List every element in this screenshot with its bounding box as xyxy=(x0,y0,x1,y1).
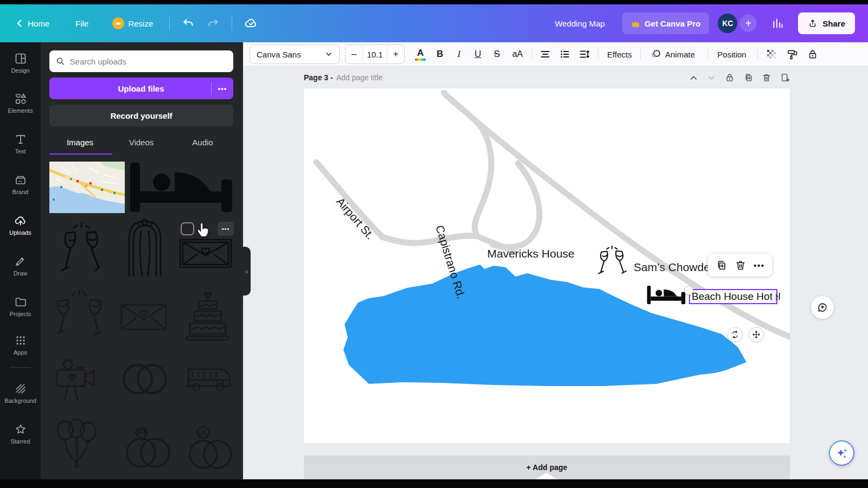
thumbnail-select-checkbox[interactable] xyxy=(181,222,194,235)
position-button[interactable]: Position xyxy=(713,42,751,66)
copy-style-button[interactable] xyxy=(782,42,802,66)
add-comment-button[interactable] xyxy=(811,296,834,319)
delete-page-button[interactable] xyxy=(762,73,771,82)
share-button[interactable]: Share xyxy=(798,12,855,34)
underline-button[interactable]: U xyxy=(469,42,487,66)
spacing-button[interactable] xyxy=(575,42,593,66)
list-button[interactable] xyxy=(556,42,574,66)
sidebar-item-uploads[interactable]: Uploads xyxy=(0,214,41,236)
resize-button[interactable]: Resize xyxy=(112,17,153,29)
selection-handle[interactable] xyxy=(684,286,693,295)
record-yourself-button[interactable]: Record yourself xyxy=(49,105,233,126)
expand-pages-chevron[interactable]: ⌃ xyxy=(541,465,546,472)
back-button[interactable]: Home xyxy=(15,19,49,28)
thumbnail-more-button[interactable]: ••• xyxy=(218,222,234,236)
text-align-button[interactable] xyxy=(536,42,554,66)
thumbnail-map-screenshot[interactable] xyxy=(49,162,125,213)
wedding-arch-image xyxy=(126,218,164,277)
rotate-handle-button[interactable] xyxy=(727,327,743,342)
account-avatar[interactable]: KC xyxy=(718,14,737,33)
beach-house-hotel-text[interactable]: Beach House Hotel xyxy=(690,291,781,303)
move-handle-button[interactable] xyxy=(749,327,764,342)
sidebar-item-design[interactable]: Design xyxy=(0,52,41,74)
transparency-button[interactable] xyxy=(762,42,781,66)
lock-icon xyxy=(807,49,818,60)
font-size-decrease-button[interactable]: – xyxy=(346,45,362,63)
font-size-value[interactable]: 10.1 xyxy=(362,45,387,63)
apps-grid-icon xyxy=(14,334,27,347)
editor-toolbar: Canva Sans – 10.1 + A B I U S aA Effects xyxy=(243,42,868,66)
add-page-icon-button[interactable] xyxy=(780,73,790,82)
place-label-sams[interactable]: Sam’s Chowde xyxy=(634,261,710,274)
sidebar-item-elements[interactable]: Elements xyxy=(0,92,41,114)
delete-button[interactable] xyxy=(735,259,746,271)
get-canva-pro-button[interactable]: Get Canva Pro xyxy=(622,12,709,34)
tab-videos[interactable]: Videos xyxy=(111,133,172,155)
duplicate-button[interactable] xyxy=(715,259,727,271)
rainbow-swatch xyxy=(415,59,426,61)
champagne-glasses-element[interactable] xyxy=(597,245,627,276)
text-color-button[interactable]: A xyxy=(411,42,430,66)
assistant-button[interactable] xyxy=(829,440,854,466)
thumbnail-balloons[interactable] xyxy=(55,419,98,470)
upload-files-button[interactable]: Upload files ••• xyxy=(49,78,233,99)
upload-more-button[interactable]: ••• xyxy=(212,85,233,93)
thumbnail-diamond-rings-pent[interactable] xyxy=(181,423,234,471)
map-thumbnail-image xyxy=(49,162,125,213)
sidebar-item-apps[interactable]: Apps xyxy=(0,334,41,356)
undo-button[interactable] xyxy=(182,17,195,30)
thumbnail-wedding-cake[interactable] xyxy=(186,287,230,344)
thumbnail-diamond-rings-hex[interactable] xyxy=(119,421,172,470)
duplicate-page-button[interactable] xyxy=(743,73,753,82)
animate-button[interactable]: Animate xyxy=(646,42,700,66)
tab-audio[interactable]: Audio xyxy=(172,133,233,155)
thumbnail-interlocked-rings[interactable] xyxy=(118,358,171,400)
strikethrough-button[interactable]: S xyxy=(488,42,506,66)
move-page-down-button[interactable] xyxy=(707,73,716,82)
more-options-button[interactable]: ••• xyxy=(754,261,764,270)
save-status-button[interactable] xyxy=(244,16,258,30)
sidebar-item-draw[interactable]: Draw xyxy=(0,255,41,277)
thumbnail-bed[interactable] xyxy=(129,162,233,213)
thumbnail-champagne-flutes[interactable] xyxy=(60,221,103,275)
wedding-cake-image xyxy=(186,287,230,344)
insights-button[interactable] xyxy=(771,16,785,30)
interlocked-rings-image xyxy=(118,358,171,400)
bold-button[interactable]: B xyxy=(431,42,449,66)
thumbnail-bus[interactable] xyxy=(186,367,231,392)
italic-button[interactable]: I xyxy=(450,42,468,66)
wine-glasses-image xyxy=(56,289,103,338)
page-title-placeholder[interactable]: Add page title xyxy=(336,73,383,82)
place-label-mavericks[interactable]: Mavericks House xyxy=(487,247,575,260)
sidebar-item-brand[interactable]: co. Brand xyxy=(0,174,41,195)
search-box[interactable] xyxy=(49,50,233,72)
canva-editor: Home File Resize Wedding Map Get Canva P… xyxy=(0,0,868,488)
add-member-button[interactable]: + xyxy=(739,15,757,32)
bed-element[interactable] xyxy=(647,283,686,307)
thumbnail-video-camera-heart[interactable] xyxy=(56,359,100,402)
font-family-select[interactable]: Canva Sans xyxy=(250,44,340,64)
thumbnail-envelope-heart[interactable] xyxy=(179,239,232,268)
sidebar-item-projects[interactable]: Projects xyxy=(0,296,41,317)
sidebar-item-background[interactable]: Background xyxy=(0,382,41,404)
move-page-up-button[interactable] xyxy=(689,73,698,82)
font-size-increase-button[interactable]: + xyxy=(387,45,404,63)
sidebar-item-text[interactable]: Text xyxy=(0,133,41,155)
panel-collapse-handle[interactable]: ‹ xyxy=(243,247,251,296)
effects-button[interactable]: Effects xyxy=(603,42,636,66)
search-input[interactable] xyxy=(70,57,227,66)
lock-page-button[interactable] xyxy=(725,73,735,82)
file-menu[interactable]: File xyxy=(75,19,88,28)
text-edit-box[interactable]: Beach House Hotel xyxy=(689,289,777,304)
lock-button[interactable] xyxy=(803,42,822,66)
design-title[interactable]: Wedding Map xyxy=(555,19,605,28)
tab-images[interactable]: Images xyxy=(49,133,111,155)
redo-button[interactable] xyxy=(207,17,220,30)
thumbnail-envelope-heart-2[interactable] xyxy=(120,302,167,332)
sidebar-item-starred[interactable]: Starred xyxy=(0,423,41,445)
background-stripes-icon xyxy=(14,382,27,395)
thumbnail-wedding-arch[interactable] xyxy=(126,218,164,277)
bed-image xyxy=(129,162,233,213)
text-case-button[interactable]: aA xyxy=(507,42,528,66)
thumbnail-wine-glasses[interactable] xyxy=(56,289,103,338)
